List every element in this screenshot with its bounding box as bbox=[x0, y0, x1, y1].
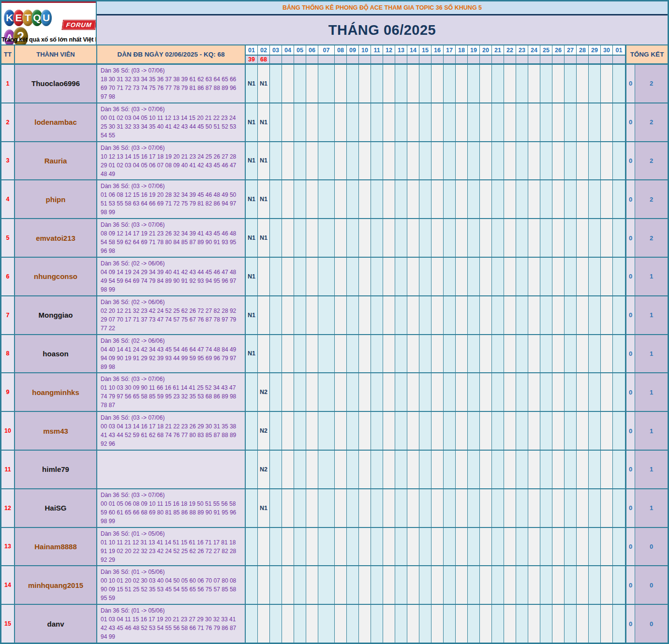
day-cell bbox=[468, 335, 480, 373]
total-win-cell: 0 bbox=[625, 180, 635, 218]
total-score-cell: 1 bbox=[635, 335, 668, 373]
row-index: 15 bbox=[1, 605, 15, 643]
day-label-cell: 26 bbox=[552, 45, 565, 55]
dan-title: Dàn 36 Số: (01 -> 05/06) bbox=[101, 529, 242, 538]
day-cell bbox=[335, 103, 347, 141]
dan-title: Dàn 36 Số: (03 -> 07/06) bbox=[101, 182, 242, 190]
day-cell bbox=[552, 180, 565, 218]
day-cell bbox=[419, 103, 431, 141]
day-cell bbox=[613, 605, 625, 643]
day-cell bbox=[552, 258, 565, 295]
dan-title: Dàn 36 Số: (02 -> 06/06) bbox=[101, 337, 242, 345]
day-subvalue-cell bbox=[347, 56, 359, 63]
day-label-cell: 11 bbox=[371, 45, 383, 55]
day-cell bbox=[528, 489, 540, 527]
day-cell bbox=[395, 451, 407, 488]
total-win-cell: 0 bbox=[625, 335, 635, 373]
day-cells: N1N1 bbox=[246, 180, 625, 218]
day-cell bbox=[613, 566, 625, 604]
day-cell bbox=[431, 605, 444, 643]
day-cell bbox=[601, 605, 613, 643]
day-cell bbox=[468, 412, 480, 450]
day-cell bbox=[565, 296, 577, 334]
dan-title: Dàn 36 Số: (01 -> 05/06) bbox=[101, 606, 242, 615]
day-label-cell: 21 bbox=[492, 45, 504, 55]
day-cell bbox=[552, 219, 565, 257]
day-cell bbox=[577, 219, 589, 257]
table-row: 13 Hainam8888 Dàn 36 Số: (01 -> 05/06) 0… bbox=[1, 528, 668, 567]
day-cell bbox=[468, 258, 480, 295]
day-cell bbox=[294, 412, 306, 450]
day-cell bbox=[480, 605, 492, 643]
day-cell bbox=[335, 219, 347, 257]
dan-numbers: 00 01 02 03 04 05 10 11 12 13 14 15 20 2… bbox=[101, 114, 242, 140]
day-cell bbox=[407, 103, 419, 141]
day-cell bbox=[528, 65, 540, 102]
day-cell bbox=[540, 180, 552, 218]
day-cell bbox=[419, 335, 431, 373]
day-cell bbox=[565, 219, 577, 257]
table-row: 7 Monggiao Dàn 36 Số: (02 -> 06/06) 02 2… bbox=[1, 296, 668, 335]
row-index: 2 bbox=[1, 103, 15, 141]
day-subvalue-cell bbox=[565, 56, 577, 63]
day-cell bbox=[540, 412, 552, 450]
day-cell bbox=[601, 65, 613, 102]
day-cell bbox=[480, 142, 492, 180]
day-cell bbox=[565, 65, 577, 102]
day-cell bbox=[359, 489, 371, 527]
banner-area: BẢNG THỐNG KÊ PHONG ĐỘ ACE THAM GIA TOPI… bbox=[97, 1, 668, 44]
day-cell bbox=[492, 103, 504, 141]
day-cell bbox=[419, 65, 431, 102]
day-cell bbox=[577, 180, 589, 218]
day-cell bbox=[552, 489, 565, 527]
day-subvalue-cell: 68 bbox=[258, 56, 270, 63]
day-cell bbox=[613, 451, 625, 488]
table-row: 11 himle79 N2 0 1 bbox=[1, 451, 668, 489]
day-cell: N1 bbox=[246, 180, 258, 218]
day-cell bbox=[589, 451, 601, 488]
day-cell bbox=[306, 566, 318, 604]
day-subvalues-row: 3968 bbox=[246, 56, 625, 63]
day-cell bbox=[318, 373, 335, 411]
dan-title: Dàn 36 Số: (03 -> 07/06) bbox=[101, 375, 242, 383]
row-index: 9 bbox=[1, 373, 15, 411]
row-index: 3 bbox=[1, 142, 15, 180]
day-subvalue-cell bbox=[270, 56, 282, 63]
day-subvalue-cell bbox=[395, 56, 407, 63]
day-subvalue-cell bbox=[371, 56, 383, 63]
day-cell bbox=[294, 258, 306, 295]
day-cell bbox=[407, 489, 419, 527]
day-cell bbox=[294, 65, 306, 102]
day-cell bbox=[589, 489, 601, 527]
day-cell bbox=[468, 528, 480, 566]
day-cell bbox=[516, 103, 528, 141]
day-cell bbox=[318, 103, 335, 141]
day-cell bbox=[347, 219, 359, 257]
day-cell bbox=[480, 103, 492, 141]
day-cell bbox=[456, 103, 468, 141]
day-cell bbox=[468, 489, 480, 527]
day-cell bbox=[294, 528, 306, 566]
day-cell bbox=[371, 412, 383, 450]
day-cell bbox=[492, 142, 504, 180]
day-cell bbox=[306, 412, 318, 450]
day-cell bbox=[540, 142, 552, 180]
day-cell bbox=[258, 296, 270, 334]
day-cell bbox=[335, 335, 347, 373]
day-cell bbox=[468, 296, 480, 334]
day-label-cell: 20 bbox=[480, 45, 492, 55]
day-cell bbox=[258, 566, 270, 604]
day-cell bbox=[347, 103, 359, 141]
day-cell bbox=[347, 335, 359, 373]
day-label-cell: 22 bbox=[504, 45, 516, 55]
day-cell: N1 bbox=[246, 258, 258, 295]
day-cell bbox=[565, 373, 577, 411]
day-cell bbox=[359, 451, 371, 488]
day-cell bbox=[335, 142, 347, 180]
dan-numbers: 00 01 05 06 08 09 10 11 15 16 18 19 50 5… bbox=[101, 499, 242, 526]
day-cell bbox=[552, 605, 565, 643]
day-cell bbox=[431, 528, 444, 566]
day-cell bbox=[492, 219, 504, 257]
day-cell bbox=[359, 373, 371, 411]
day-cell bbox=[419, 373, 431, 411]
